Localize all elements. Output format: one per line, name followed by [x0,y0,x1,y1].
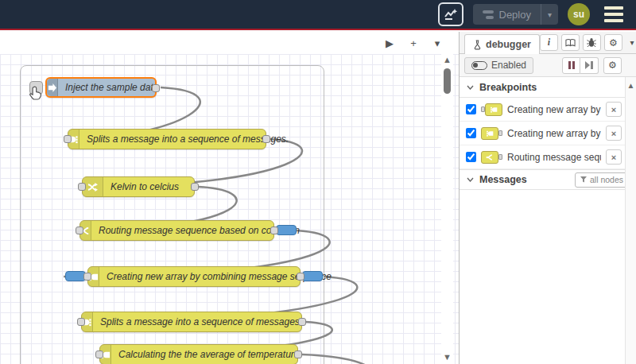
header: Deploy ▾ su [0,0,636,30]
tab-debugger[interactable]: debugger [464,34,540,54]
output-port[interactable] [294,350,302,358]
breakpoint-row[interactable]: Routing message sequence based on condit… [460,145,636,169]
node-label: Kelvin to celcius [103,181,188,192]
tab-label: debugger [486,39,531,50]
debug-tab-button[interactable] [583,34,601,51]
help-tab-button[interactable] [561,34,580,51]
debugger-enabled-toggle[interactable]: Enabled [464,57,533,74]
config-tab-button[interactable]: ⚙ [604,34,622,51]
filter-label: all nodes [590,175,623,184]
toggle-icon [471,61,487,70]
scroll-up-icon[interactable]: ▲ [627,81,635,90]
breakpoint-checkbox[interactable] [466,152,476,162]
output-port[interactable] [298,318,306,326]
messages-section-header[interactable]: Messages all nodes [460,169,636,190]
output-port[interactable] [152,84,160,92]
deploy-options-caret[interactable]: ▾ [541,4,558,25]
user-avatar[interactable]: su [568,3,590,25]
inject-icon [47,79,58,96]
node-label: Splits a message into a sequence of mess… [93,316,312,327]
canvas-vertical-scrollbar[interactable]: ▲ ▼ [441,54,453,364]
enabled-label: Enabled [491,60,526,71]
breakpoint-checkbox[interactable] [466,128,476,138]
sidebar-tabs-caret[interactable]: ▾ [626,38,636,47]
pause-button[interactable] [562,57,580,74]
flow-node-join[interactable]: Creating new array by combining message … [87,266,301,287]
deploy-label: Deploy [499,9,531,21]
output-port[interactable] [262,135,270,143]
flow-node-split[interactable]: Splits a message into a sequence of mess… [81,312,302,332]
sidebar: debugger i ⚙ ▾ Enabled ⚙ Br [459,32,636,364]
main-menu-button[interactable] [599,3,628,25]
chart-sparkle-icon [444,8,458,21]
messages-title: Messages [479,174,527,185]
bug-icon [587,37,596,48]
input-port[interactable] [76,227,83,234]
breakpoint-row[interactable]: Creating new array by combining message … [460,98,636,122]
canvas-toolbar: ▶ + ▾ [0,32,459,54]
breakpoint-row[interactable]: Creating new array by combining message … [460,122,636,145]
breakpoint-checkbox[interactable] [466,104,476,114]
close-icon: × [611,153,616,162]
info-tab-button[interactable]: i [540,34,558,51]
flow-node-split[interactable]: Splits a message into a sequence of mess… [68,129,266,149]
deploy-button[interactable]: Deploy ▾ [473,4,559,25]
breakpoint-indicator[interactable] [302,271,323,281]
close-icon: × [611,105,616,114]
flow-node-join[interactable]: Calculating the the average of temperatu… [99,344,298,364]
output-port[interactable] [191,183,199,191]
close-icon: × [611,129,616,138]
flask-icon [473,40,482,50]
input-port[interactable] [78,183,86,191]
flow-node-change[interactable]: Kelvin to celcius [82,176,195,197]
join-node-input-icon [481,103,502,116]
input-port[interactable] [77,318,85,326]
chevron-down-icon [467,85,474,90]
info-icon: i [548,37,550,48]
wire[interactable] [302,354,369,364]
input-port[interactable] [64,135,72,143]
breakpoints-title: Breakpoints [479,82,537,93]
scroll-down-icon[interactable]: ▼ [443,351,452,362]
remove-breakpoint-button[interactable]: × [606,126,622,141]
book-icon [565,38,576,48]
scroll-up-icon[interactable]: ▲ [443,54,452,65]
flow-node-inject[interactable]: Inject the sample data [45,77,157,98]
filter-icon [580,176,587,183]
join-node-output-icon [481,127,502,140]
breakpoints-section-header[interactable]: Breakpoints [460,77,636,98]
flow-export-ai-button[interactable] [438,2,463,26]
sidebar-vertical-scrollbar[interactable]: ▲ [625,77,636,364]
switch-node-output-icon [481,151,502,164]
flow-node-switch[interactable]: Routing message sequence based on condit… [80,220,274,241]
breakpoint-label: Routing message sequence based on condit… [507,152,601,163]
gear-icon: ⚙ [608,60,617,71]
debugger-settings-button[interactable]: ⚙ [603,57,622,74]
remove-breakpoint-button[interactable]: × [606,149,622,165]
flow-canvas[interactable]: ▶ + ▾ Inject the sample data Splits a me… [0,32,459,364]
node-label: Calculating the the average of temperatu… [111,349,308,360]
step-button[interactable] [580,57,599,74]
output-port[interactable] [270,227,278,234]
deploy-icon [483,10,494,19]
remove-breakpoint-button[interactable]: × [606,102,622,117]
sidebar-tab-buttons: i ⚙ ▾ [540,34,636,53]
sidebar-tabbar: debugger i ⚙ ▾ [460,32,636,54]
breakpoint-label: Creating new array by combining message … [507,104,601,115]
input-port[interactable] [83,273,91,281]
run-flow-button[interactable]: ▶ [379,34,400,52]
add-flow-button[interactable]: + [403,34,424,52]
breakpoint-indicator[interactable] [276,225,297,235]
messages-filter-button[interactable]: all nodes [575,172,629,188]
chevron-down-icon [467,177,474,182]
step-icon [585,61,593,69]
input-port[interactable] [95,350,103,358]
debugger-toolbar: Enabled ⚙ [460,54,636,77]
flow-list-caret[interactable]: ▾ [427,34,448,52]
pause-icon [568,61,575,69]
gear-icon: ⚙ [609,37,618,48]
mouse-cursor [29,86,43,105]
breakpoint-label: Creating new array by combining message … [507,128,601,139]
scrollbar-thumb[interactable] [444,68,451,94]
output-port[interactable] [297,273,304,281]
